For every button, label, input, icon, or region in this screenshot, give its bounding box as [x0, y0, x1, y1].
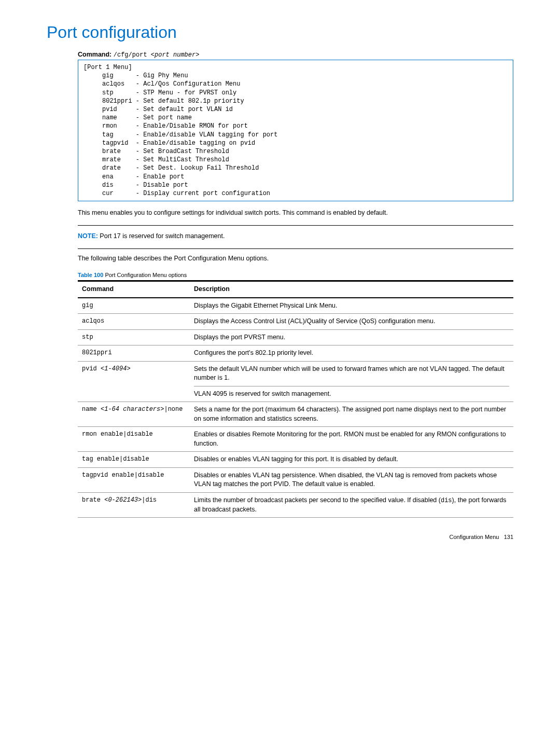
desc-mono: dis	[441, 497, 452, 504]
cmd-cell: gig	[78, 298, 190, 314]
table-header-row: Command Description	[78, 281, 513, 298]
cmd-text: brate	[82, 496, 104, 504]
table-number: Table 100	[78, 272, 103, 278]
note: NOTE: Port 17 is reserved for switch man…	[78, 232, 513, 241]
desc-line: VLAN 4095 is reserved for switch managem…	[194, 390, 509, 399]
cmd-tail: |none	[164, 406, 183, 413]
cmd-tail: |dis	[142, 496, 157, 504]
cmd-cell: tag enable|disable	[78, 452, 190, 468]
col-command: Command	[78, 281, 190, 298]
table-row: brate <0-262143>|dis Limits the number o…	[78, 492, 513, 517]
desc-prefix: Limits the number of broadcast packets p…	[194, 496, 441, 504]
table-row: 8021ppri Configures the port's 802.1p pr…	[78, 345, 513, 362]
desc-cell: Disables or enables VLAN tagging for thi…	[190, 452, 513, 468]
table-row: stp Displays the port PVRST menu.	[78, 329, 513, 345]
cmd-arg: <1-64 characters>	[101, 406, 164, 413]
command-line: Command: /cfg/port <port number>	[78, 50, 513, 60]
footer-section: Configuration Menu	[449, 534, 499, 540]
divider	[78, 225, 513, 226]
desc-cell: Displays the Access Control List (ACL)/Q…	[190, 314, 513, 330]
desc-line: Sets the default VLAN number which will …	[194, 365, 509, 386]
table-row: tag enable|disable Disables or enables V…	[78, 452, 513, 468]
cmd-arg: <1-4094>	[101, 365, 131, 372]
cmd-cell: stp	[78, 329, 190, 345]
cmd-cell: rmon enable|disable	[78, 427, 190, 452]
cmd-cell: 8021ppri	[78, 345, 190, 362]
desc-cell: Displays the Gigabit Ethernet Physical L…	[190, 298, 513, 314]
cmd-cell: brate <0-262143>|dis	[78, 492, 190, 517]
table-row: aclqos Displays the Access Control List …	[78, 314, 513, 330]
desc-cell: Limits the number of broadcast packets p…	[190, 492, 513, 517]
table-caption-text: Port Configuration Menu options	[103, 272, 187, 278]
desc-cell: Disables or enables VLAN tag persistence…	[190, 467, 513, 492]
cmd-cell: name <1-64 characters>|none	[78, 402, 190, 427]
cmd-cell: pvid <1-4094>	[78, 361, 190, 402]
table-row: gig Displays the Gigabit Ethernet Physic…	[78, 298, 513, 314]
cmd-text: pvid	[82, 365, 101, 372]
intro-text: This menu enables you to configure setti…	[78, 209, 513, 218]
desc-cell: Enables or disables Remote Monitoring fo…	[190, 427, 513, 452]
command-arg: <port number>	[151, 51, 200, 59]
divider	[78, 248, 513, 249]
desc-cell: Displays the port PVRST menu.	[190, 329, 513, 345]
footer-page: 131	[504, 534, 513, 540]
desc-cell: Sets the default VLAN number which will …	[190, 361, 513, 402]
cmd-text: name	[82, 406, 101, 413]
command-label: Command:	[78, 51, 111, 58]
desc-cell: Configures the port's 802.1p priority le…	[190, 345, 513, 362]
table-row: name <1-64 characters>|none Sets a name …	[78, 402, 513, 427]
cmd-cell: aclqos	[78, 314, 190, 330]
following-text: The following table describes the Port C…	[78, 254, 513, 264]
table-caption: Table 100 Port Configuration Menu option…	[78, 271, 513, 279]
desc-cell: Sets a name for the port (maximum 64 cha…	[190, 402, 513, 427]
page-footer: Configuration Menu 131	[47, 533, 513, 541]
note-label: NOTE:	[78, 232, 98, 240]
page-title: Port configuration	[47, 21, 513, 44]
col-description: Description	[190, 281, 513, 298]
code-block: [Port 1 Menu] gig - Gig Phy Menu aclqos …	[78, 60, 513, 201]
options-table: Command Description gig Displays the Gig…	[78, 280, 513, 518]
cmd-cell: tagpvid enable|disable	[78, 467, 190, 492]
cmd-arg: <0-262143>	[104, 496, 142, 504]
table-row: tagpvid enable|disable Disables or enabl…	[78, 467, 513, 492]
table-row: pvid <1-4094> Sets the default VLAN numb…	[78, 361, 513, 402]
command-path: /cfg/port	[114, 51, 151, 59]
note-text: Port 17 is reserved for switch managemen…	[98, 232, 225, 240]
table-row: rmon enable|disable Enables or disables …	[78, 427, 513, 452]
